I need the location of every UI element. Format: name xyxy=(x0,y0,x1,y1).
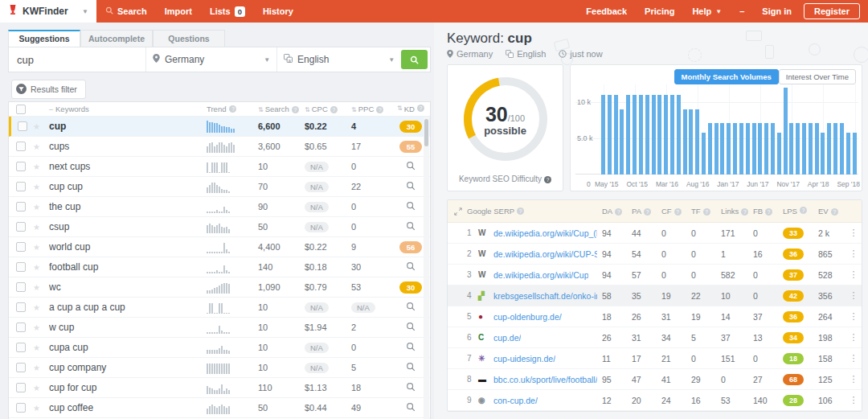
volume-bar[interactable] xyxy=(633,95,637,175)
volume-bar[interactable] xyxy=(677,95,681,175)
info-icon[interactable] xyxy=(544,176,551,183)
serp-row[interactable]: 1Wde.wikipedia.org/wiki/Cup_(Rau...94440… xyxy=(448,223,862,244)
row-checkbox[interactable] xyxy=(16,182,26,191)
row-checkbox[interactable] xyxy=(16,202,26,212)
serp-url-link[interactable]: krebsgesellschaft.de/onko-inter... xyxy=(493,291,602,301)
serp-url-link[interactable]: cup.de/ xyxy=(493,333,602,343)
serp-url-link[interactable]: de.wikipedia.org/wiki/CUP-Syn... xyxy=(493,249,602,259)
check-difficulty-icon[interactable] xyxy=(406,342,416,353)
volume-bar[interactable] xyxy=(733,123,737,175)
volume-bar[interactable] xyxy=(652,95,656,175)
serp-url-link[interactable]: de.wikipedia.org/wiki/Cup_(Rau... xyxy=(493,228,602,238)
star-icon[interactable]: ★ xyxy=(33,343,49,352)
chart-tab-interest-over-time[interactable]: Interest Over Time xyxy=(779,69,856,84)
volume-bar[interactable] xyxy=(802,123,806,175)
info-icon[interactable] xyxy=(417,105,424,112)
star-icon[interactable]: ★ xyxy=(33,183,49,191)
volume-bar[interactable] xyxy=(771,123,775,175)
keyword-row[interactable]: ★cup coffee50$0.4449 xyxy=(9,398,430,418)
volume-bar[interactable] xyxy=(796,123,800,175)
navbar-item-search[interactable]: Search xyxy=(96,0,156,23)
row-checkbox[interactable] xyxy=(16,302,26,312)
row-checkbox[interactable] xyxy=(16,222,26,232)
kebab-menu-icon[interactable]: ⋮ xyxy=(849,228,858,238)
kebab-menu-icon[interactable]: ⋮ xyxy=(849,311,858,322)
volume-bar[interactable] xyxy=(827,123,831,175)
language-select[interactable]: a English ▼ xyxy=(276,47,401,72)
navbar-item-sign-in[interactable]: Sign in xyxy=(753,6,800,16)
star-icon[interactable]: ★ xyxy=(33,283,49,292)
kebab-menu-icon[interactable]: ⋮ xyxy=(849,249,858,259)
volume-bar[interactable] xyxy=(683,109,687,175)
volume-bar[interactable] xyxy=(758,123,762,175)
serp-row[interactable]: 5●cup-oldenburg.de/18263119143736264⋮ xyxy=(448,306,862,327)
keyword-row[interactable]: ★cup6,600$0.22430 xyxy=(9,117,430,137)
keyword-row[interactable]: ★a cup a cup a cup10N/AN/A xyxy=(9,298,430,318)
row-checkbox[interactable] xyxy=(16,343,26,352)
star-icon[interactable]: ★ xyxy=(33,243,49,252)
keyword-row[interactable]: ★w cup10$1.942 xyxy=(9,318,430,338)
info-icon[interactable] xyxy=(292,106,299,113)
volume-bar[interactable] xyxy=(752,123,756,175)
row-checkbox[interactable] xyxy=(16,242,26,252)
volume-bar[interactable] xyxy=(840,123,844,175)
keyword-row[interactable]: ★cups3,600$0.651755 xyxy=(9,137,430,157)
navbar-item-pricing[interactable]: Pricing xyxy=(636,6,683,16)
volume-bar[interactable] xyxy=(784,88,788,175)
star-icon[interactable]: ★ xyxy=(33,142,49,151)
kd-score-badge[interactable]: 30 xyxy=(399,121,423,133)
column-header-ppc[interactable]: PPC xyxy=(351,105,391,113)
serp-row[interactable]: 3Wde.wikipedia.org/wiki/Cup9457005820375… xyxy=(448,265,862,285)
column-header-keywords[interactable]: Keywords xyxy=(33,105,207,113)
serp-row[interactable]: 2Wde.wikipedia.org/wiki/CUP-Syn...945400… xyxy=(448,244,862,265)
volume-bar[interactable] xyxy=(614,95,618,175)
row-checkbox[interactable] xyxy=(16,162,26,171)
serp-url-link[interactable]: bbc.co.uk/sport/live/football/45... xyxy=(493,375,602,384)
kd-score-badge[interactable]: 56 xyxy=(399,241,423,253)
keyword-row[interactable]: ★cup company10N/A5 xyxy=(9,358,430,378)
star-icon[interactable]: ★ xyxy=(33,223,49,232)
check-difficulty-icon[interactable] xyxy=(406,322,416,333)
info-icon[interactable] xyxy=(229,105,236,113)
keyword-input[interactable] xyxy=(9,54,145,66)
volume-bar[interactable] xyxy=(720,123,724,175)
check-difficulty-icon[interactable] xyxy=(406,302,416,313)
keyword-row[interactable]: ★the cup90N/A0 xyxy=(9,197,430,217)
star-icon[interactable]: ★ xyxy=(33,404,49,413)
select-all-checkbox[interactable] xyxy=(16,105,26,114)
scrollbar-thumb[interactable] xyxy=(424,119,428,146)
star-icon[interactable]: ★ xyxy=(33,303,49,312)
serp-row[interactable]: 8▬bbc.co.uk/sport/live/football/45...954… xyxy=(448,369,862,390)
serp-url-link[interactable]: cup-uidesign.de/ xyxy=(493,354,602,364)
volume-bar[interactable] xyxy=(853,133,857,175)
kebab-menu-icon[interactable]: ⋮ xyxy=(849,374,858,384)
serp-row[interactable]: 6Ccup.de/2631345371334198⋮ xyxy=(448,327,862,348)
row-checkbox[interactable] xyxy=(16,282,26,292)
keyword-row[interactable]: ★cupa cup10N/A0 xyxy=(9,338,430,358)
volume-bar[interactable] xyxy=(739,123,743,175)
info-icon[interactable] xyxy=(800,207,807,214)
kebab-menu-icon[interactable]: ⋮ xyxy=(849,353,858,364)
column-header-kd[interactable]: KD xyxy=(391,105,430,113)
volume-bar[interactable] xyxy=(815,123,819,175)
volume-bar[interactable] xyxy=(670,95,674,175)
check-difficulty-icon[interactable] xyxy=(406,261,416,273)
star-icon[interactable]: ★ xyxy=(33,122,49,131)
keyword-row[interactable]: ★csup50N/A0 xyxy=(9,217,430,237)
expand-icon[interactable] xyxy=(454,207,467,216)
star-icon[interactable]: ★ xyxy=(33,263,49,272)
kd-score-badge[interactable]: 30 xyxy=(399,281,423,294)
check-difficulty-icon[interactable] xyxy=(406,402,416,413)
info-icon[interactable] xyxy=(831,208,838,216)
search-button[interactable] xyxy=(401,50,428,69)
check-difficulty-icon[interactable] xyxy=(406,221,416,232)
check-difficulty-icon[interactable] xyxy=(406,181,416,192)
column-header-cpc[interactable]: CPC xyxy=(305,105,351,113)
row-checkbox[interactable] xyxy=(16,142,26,151)
keyword-row[interactable]: ★wc1,090$0.795330 xyxy=(9,277,430,298)
navbar-item-feedback[interactable]: Feedback xyxy=(577,6,636,16)
serp-row[interactable]: 4▞krebsgesellschaft.de/onko-inter...5835… xyxy=(448,285,862,306)
kd-score-badge[interactable]: 55 xyxy=(399,141,423,153)
chart-tab-monthly-search-volumes[interactable]: Monthly Search Volumes xyxy=(674,69,779,84)
check-difficulty-icon[interactable] xyxy=(406,161,416,172)
